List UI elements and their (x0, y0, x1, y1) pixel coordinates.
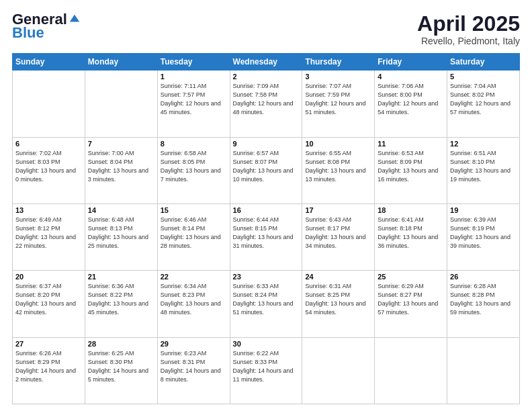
day-number: 20 (15, 273, 82, 281)
day-info: Sunrise: 6:22 AMSunset: 8:33 PMDaylight:… (233, 349, 300, 384)
day-info: Sunrise: 7:02 AMSunset: 8:03 PMDaylight:… (15, 149, 82, 184)
day-number: 18 (378, 206, 444, 214)
day-number: 12 (450, 140, 517, 148)
day-info: Sunrise: 6:25 AMSunset: 8:30 PMDaylight:… (88, 349, 154, 384)
calendar-cell: 29Sunrise: 6:23 AMSunset: 8:31 PMDayligh… (157, 337, 230, 404)
calendar-cell: 11Sunrise: 6:53 AMSunset: 8:09 PMDayligh… (375, 137, 447, 203)
day-number: 4 (378, 73, 444, 81)
day-info: Sunrise: 6:58 AMSunset: 8:05 PMDaylight:… (161, 149, 227, 184)
day-info: Sunrise: 6:34 AMSunset: 8:23 PMDaylight:… (161, 282, 227, 317)
day-number: 2 (233, 73, 300, 81)
day-info: Sunrise: 6:48 AMSunset: 8:13 PMDaylight:… (88, 216, 154, 250)
calendar-cell: 6Sunrise: 7:02 AMSunset: 8:03 PMDaylight… (13, 137, 85, 203)
calendar-cell: 3Sunrise: 7:07 AMSunset: 7:59 PMDaylight… (302, 71, 375, 137)
day-info: Sunrise: 6:44 AMSunset: 8:15 PMDaylight:… (233, 216, 300, 250)
calendar-cell: 18Sunrise: 6:41 AMSunset: 8:18 PMDayligh… (375, 203, 447, 270)
calendar-cell (85, 71, 157, 137)
calendar-cell: 26Sunrise: 6:28 AMSunset: 8:28 PMDayligh… (447, 271, 520, 337)
day-info: Sunrise: 6:33 AMSunset: 8:24 PMDaylight:… (233, 282, 300, 317)
week-row-4: 20Sunrise: 6:37 AMSunset: 8:20 PMDayligh… (13, 271, 520, 337)
day-info: Sunrise: 6:53 AMSunset: 8:09 PMDaylight:… (378, 149, 444, 184)
day-info: Sunrise: 6:26 AMSunset: 8:29 PMDaylight:… (15, 349, 82, 384)
day-info: Sunrise: 6:39 AMSunset: 8:19 PMDaylight:… (450, 216, 517, 250)
calendar-cell: 14Sunrise: 6:48 AMSunset: 8:13 PMDayligh… (85, 203, 157, 270)
day-number: 8 (161, 140, 227, 148)
calendar-cell: 10Sunrise: 6:55 AMSunset: 8:08 PMDayligh… (302, 137, 375, 203)
day-info: Sunrise: 7:04 AMSunset: 8:02 PMDaylight:… (450, 82, 517, 117)
day-number: 23 (233, 273, 300, 281)
calendar-cell: 28Sunrise: 6:25 AMSunset: 8:30 PMDayligh… (85, 337, 157, 404)
day-number: 11 (378, 140, 444, 148)
calendar-cell: 7Sunrise: 7:00 AMSunset: 8:04 PMDaylight… (85, 137, 157, 203)
day-info: Sunrise: 6:37 AMSunset: 8:20 PMDaylight:… (15, 282, 82, 317)
week-row-5: 27Sunrise: 6:26 AMSunset: 8:29 PMDayligh… (13, 337, 520, 404)
calendar-header-friday: Friday (375, 54, 447, 71)
day-info: Sunrise: 7:00 AMSunset: 8:04 PMDaylight:… (88, 149, 154, 184)
calendar-cell: 1Sunrise: 7:11 AMSunset: 7:57 PMDaylight… (157, 71, 230, 137)
day-number: 3 (305, 73, 371, 81)
calendar-header-tuesday: Tuesday (157, 54, 230, 71)
page: General Blue April 2025 Revello, Piedmon… (0, 0, 532, 411)
calendar-cell: 2Sunrise: 7:09 AMSunset: 7:58 PMDaylight… (230, 71, 302, 137)
calendar-header-monday: Monday (85, 54, 157, 71)
day-number: 7 (88, 140, 154, 148)
calendar-cell: 17Sunrise: 6:43 AMSunset: 8:17 PMDayligh… (302, 203, 375, 270)
day-info: Sunrise: 7:11 AMSunset: 7:57 PMDaylight:… (161, 82, 227, 117)
week-row-3: 13Sunrise: 6:49 AMSunset: 8:12 PMDayligh… (13, 203, 520, 270)
day-number: 1 (161, 73, 227, 81)
calendar-cell (447, 337, 520, 404)
day-number: 28 (88, 340, 154, 348)
day-info: Sunrise: 7:07 AMSunset: 7:59 PMDaylight:… (305, 82, 371, 117)
calendar-header-thursday: Thursday (302, 54, 375, 71)
calendar-cell: 8Sunrise: 6:58 AMSunset: 8:05 PMDaylight… (157, 137, 230, 203)
calendar-cell: 5Sunrise: 7:04 AMSunset: 8:02 PMDaylight… (447, 71, 520, 137)
day-number: 6 (15, 140, 82, 148)
day-info: Sunrise: 6:49 AMSunset: 8:12 PMDaylight:… (15, 216, 82, 250)
calendar-cell (375, 337, 447, 404)
calendar-cell: 12Sunrise: 6:51 AMSunset: 8:10 PMDayligh… (447, 137, 520, 203)
calendar-header-row: SundayMondayTuesdayWednesdayThursdayFrid… (13, 54, 520, 71)
day-info: Sunrise: 6:46 AMSunset: 8:14 PMDaylight:… (161, 216, 227, 250)
day-info: Sunrise: 6:51 AMSunset: 8:10 PMDaylight:… (450, 149, 517, 184)
calendar-cell (13, 71, 85, 137)
calendar-cell: 25Sunrise: 6:29 AMSunset: 8:27 PMDayligh… (375, 271, 447, 337)
calendar-header-sunday: Sunday (13, 54, 85, 71)
day-info: Sunrise: 7:09 AMSunset: 7:58 PMDaylight:… (233, 82, 300, 117)
day-number: 14 (88, 206, 154, 214)
day-number: 19 (450, 206, 517, 214)
calendar-cell: 22Sunrise: 6:34 AMSunset: 8:23 PMDayligh… (157, 271, 230, 337)
day-number: 15 (161, 206, 227, 214)
day-number: 9 (233, 140, 300, 148)
day-info: Sunrise: 6:36 AMSunset: 8:22 PMDaylight:… (88, 282, 154, 317)
logo-blue-text: Blue (12, 24, 44, 41)
day-number: 10 (305, 140, 371, 148)
title-block: April 2025 Revello, Piedmont, Italy (417, 12, 520, 46)
day-number: 24 (305, 273, 371, 281)
day-number: 5 (450, 73, 517, 81)
calendar-header-wednesday: Wednesday (230, 54, 302, 71)
day-number: 17 (305, 206, 371, 214)
calendar-cell: 20Sunrise: 6:37 AMSunset: 8:20 PMDayligh… (13, 271, 85, 337)
logo: General Blue (12, 12, 81, 40)
day-info: Sunrise: 6:31 AMSunset: 8:25 PMDaylight:… (305, 282, 371, 317)
day-info: Sunrise: 6:55 AMSunset: 8:08 PMDaylight:… (305, 149, 371, 184)
header: General Blue April 2025 Revello, Piedmon… (12, 12, 520, 46)
day-number: 21 (88, 273, 154, 281)
calendar-cell: 30Sunrise: 6:22 AMSunset: 8:33 PMDayligh… (230, 337, 302, 404)
calendar-header-saturday: Saturday (447, 54, 520, 71)
calendar-cell: 15Sunrise: 6:46 AMSunset: 8:14 PMDayligh… (157, 203, 230, 270)
day-number: 25 (378, 273, 444, 281)
day-info: Sunrise: 6:43 AMSunset: 8:17 PMDaylight:… (305, 216, 371, 250)
day-number: 29 (161, 340, 227, 348)
day-info: Sunrise: 6:29 AMSunset: 8:27 PMDaylight:… (378, 282, 444, 317)
svg-marker-0 (70, 15, 79, 22)
calendar-cell: 9Sunrise: 6:57 AMSunset: 8:07 PMDaylight… (230, 137, 302, 203)
day-info: Sunrise: 6:28 AMSunset: 8:28 PMDaylight:… (450, 282, 517, 317)
day-info: Sunrise: 6:41 AMSunset: 8:18 PMDaylight:… (378, 216, 444, 250)
calendar-cell: 16Sunrise: 6:44 AMSunset: 8:15 PMDayligh… (230, 203, 302, 270)
day-info: Sunrise: 7:06 AMSunset: 8:00 PMDaylight:… (378, 82, 444, 117)
calendar-cell: 24Sunrise: 6:31 AMSunset: 8:25 PMDayligh… (302, 271, 375, 337)
calendar-cell: 19Sunrise: 6:39 AMSunset: 8:19 PMDayligh… (447, 203, 520, 270)
subtitle: Revello, Piedmont, Italy (417, 36, 520, 46)
calendar-table: SundayMondayTuesdayWednesdayThursdayFrid… (12, 53, 520, 404)
